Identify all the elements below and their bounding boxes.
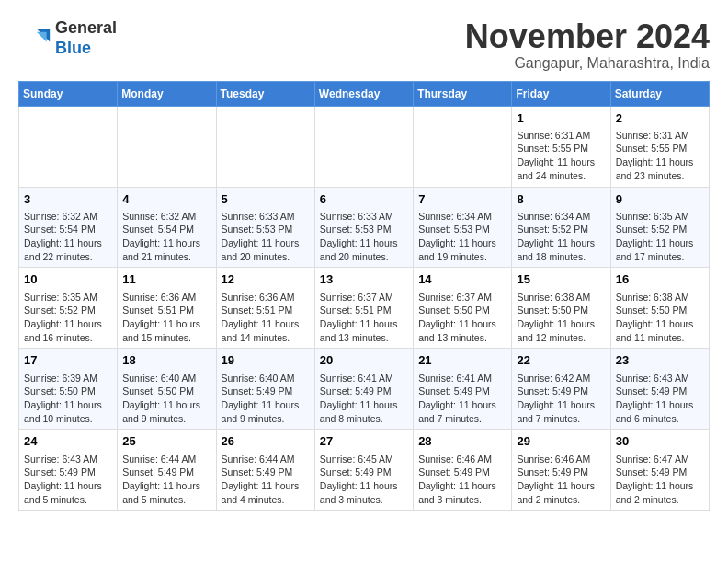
day-number: 7 [418,191,506,208]
calendar-cell-4-1: 17Sunrise: 6:39 AMSunset: 5:50 PMDayligh… [19,349,118,430]
calendar-cell-4-2: 18Sunrise: 6:40 AMSunset: 5:50 PMDayligh… [118,349,216,430]
day-number: 25 [122,433,210,450]
calendar-cell-1-6: 1Sunrise: 6:31 AMSunset: 5:55 PMDaylight… [512,106,610,187]
calendar-cell-5-6: 29Sunrise: 6:46 AMSunset: 5:49 PMDayligh… [512,430,610,511]
day-number: 11 [122,271,210,288]
calendar-cell-2-1: 3Sunrise: 6:32 AMSunset: 5:54 PMDaylight… [19,187,118,268]
day-info: Sunrise: 6:31 AMSunset: 5:55 PMDaylight:… [616,129,704,183]
calendar-cell-4-7: 23Sunrise: 6:43 AMSunset: 5:49 PMDayligh… [610,349,709,430]
calendar-cell-1-3 [216,106,314,187]
day-info: Sunrise: 6:40 AMSunset: 5:50 PMDaylight:… [122,372,210,426]
day-info: Sunrise: 6:32 AMSunset: 5:54 PMDaylight:… [122,210,210,264]
calendar-header-tuesday: Tuesday [216,81,314,106]
day-info: Sunrise: 6:31 AMSunset: 5:55 PMDaylight:… [517,129,605,183]
calendar-cell-1-2 [118,106,216,187]
calendar-cell-5-5: 28Sunrise: 6:46 AMSunset: 5:49 PMDayligh… [414,430,512,511]
day-number: 20 [320,352,408,369]
day-info: Sunrise: 6:44 AMSunset: 5:49 PMDaylight:… [222,453,310,507]
day-number: 15 [517,271,605,288]
calendar-header-thursday: Thursday [414,81,512,106]
calendar-week-3: 10Sunrise: 6:35 AMSunset: 5:52 PMDayligh… [19,268,710,349]
logo-general-text: General [55,18,117,37]
day-number: 10 [24,271,112,288]
calendar-cell-1-4 [314,106,413,187]
logo-blue-text: Blue [55,39,91,57]
day-info: Sunrise: 6:38 AMSunset: 5:50 PMDaylight:… [517,291,605,345]
calendar-cell-1-5 [414,106,512,187]
calendar-cell-3-5: 14Sunrise: 6:37 AMSunset: 5:50 PMDayligh… [414,268,512,349]
day-info: Sunrise: 6:37 AMSunset: 5:51 PMDaylight:… [320,291,408,345]
day-number: 22 [517,352,605,369]
calendar-week-4: 17Sunrise: 6:39 AMSunset: 5:50 PMDayligh… [19,349,710,430]
calendar-cell-2-4: 6Sunrise: 6:33 AMSunset: 5:53 PMDaylight… [314,187,413,268]
calendar-cell-3-2: 11Sunrise: 6:36 AMSunset: 5:51 PMDayligh… [118,268,216,349]
day-number: 28 [418,433,506,450]
calendar-table: SundayMondayTuesdayWednesdayThursdayFrid… [18,81,710,511]
day-number: 23 [616,352,704,369]
calendar-cell-2-2: 4Sunrise: 6:32 AMSunset: 5:54 PMDaylight… [118,187,216,268]
calendar-cell-5-4: 27Sunrise: 6:45 AMSunset: 5:49 PMDayligh… [314,430,413,511]
calendar-week-1: 1Sunrise: 6:31 AMSunset: 5:55 PMDaylight… [19,106,710,187]
day-info: Sunrise: 6:32 AMSunset: 5:54 PMDaylight:… [24,210,112,264]
day-info: Sunrise: 6:38 AMSunset: 5:50 PMDaylight:… [616,291,704,345]
month-title: November 2024 [465,18,710,55]
day-number: 14 [418,271,506,288]
day-number: 19 [222,352,310,369]
day-info: Sunrise: 6:36 AMSunset: 5:51 PMDaylight:… [122,291,210,345]
day-info: Sunrise: 6:35 AMSunset: 5:52 PMDaylight:… [616,210,704,264]
calendar-cell-3-3: 12Sunrise: 6:36 AMSunset: 5:51 PMDayligh… [216,268,314,349]
location-subtitle: Gangapur, Maharashtra, India [465,55,710,72]
day-info: Sunrise: 6:35 AMSunset: 5:52 PMDaylight:… [24,291,112,345]
day-number: 12 [222,271,310,288]
day-info: Sunrise: 6:42 AMSunset: 5:49 PMDaylight:… [517,372,605,426]
day-info: Sunrise: 6:36 AMSunset: 5:51 PMDaylight:… [222,291,310,345]
day-number: 4 [122,191,210,208]
day-number: 2 [616,110,704,127]
day-info: Sunrise: 6:34 AMSunset: 5:53 PMDaylight:… [418,210,506,264]
day-number: 16 [616,271,704,288]
calendar-cell-2-3: 5Sunrise: 6:33 AMSunset: 5:53 PMDaylight… [216,187,314,268]
calendar-cell-1-7: 2Sunrise: 6:31 AMSunset: 5:55 PMDaylight… [610,106,709,187]
day-number: 9 [616,191,704,208]
calendar-cell-3-1: 10Sunrise: 6:35 AMSunset: 5:52 PMDayligh… [19,268,118,349]
day-number: 18 [122,352,210,369]
calendar-cell-5-1: 24Sunrise: 6:43 AMSunset: 5:49 PMDayligh… [19,430,118,511]
calendar-cell-4-3: 19Sunrise: 6:40 AMSunset: 5:49 PMDayligh… [216,349,314,430]
day-info: Sunrise: 6:47 AMSunset: 5:49 PMDaylight:… [616,453,704,507]
calendar-cell-2-7: 9Sunrise: 6:35 AMSunset: 5:52 PMDaylight… [610,187,709,268]
calendar-header-monday: Monday [118,81,216,106]
calendar-week-5: 24Sunrise: 6:43 AMSunset: 5:49 PMDayligh… [19,430,710,511]
day-number: 5 [222,191,310,208]
calendar-cell-3-4: 13Sunrise: 6:37 AMSunset: 5:51 PMDayligh… [314,268,413,349]
calendar-cell-1-1 [19,106,118,187]
day-number: 3 [24,191,112,208]
day-info: Sunrise: 6:34 AMSunset: 5:52 PMDaylight:… [517,210,605,264]
day-info: Sunrise: 6:43 AMSunset: 5:49 PMDaylight:… [616,372,704,426]
calendar-cell-5-7: 30Sunrise: 6:47 AMSunset: 5:49 PMDayligh… [610,430,709,511]
day-number: 26 [222,433,310,450]
title-block: November 2024 Gangapur, Maharashtra, Ind… [465,18,710,72]
day-info: Sunrise: 6:46 AMSunset: 5:49 PMDaylight:… [418,453,506,507]
calendar-header-friday: Friday [512,81,610,106]
day-info: Sunrise: 6:43 AMSunset: 5:49 PMDaylight:… [24,453,112,507]
calendar-cell-3-6: 15Sunrise: 6:38 AMSunset: 5:50 PMDayligh… [512,268,610,349]
day-number: 29 [517,433,605,450]
day-number: 30 [616,433,704,450]
day-number: 8 [517,191,605,208]
page-header: General Blue November 2024 Gangapur, Mah… [18,18,710,72]
day-info: Sunrise: 6:33 AMSunset: 5:53 PMDaylight:… [320,210,408,264]
calendar-header-saturday: Saturday [610,81,709,106]
day-info: Sunrise: 6:46 AMSunset: 5:49 PMDaylight:… [517,453,605,507]
logo: General Blue [18,18,117,58]
calendar-cell-4-6: 22Sunrise: 6:42 AMSunset: 5:49 PMDayligh… [512,349,610,430]
calendar-cell-2-6: 8Sunrise: 6:34 AMSunset: 5:52 PMDaylight… [512,187,610,268]
calendar-week-2: 3Sunrise: 6:32 AMSunset: 5:54 PMDaylight… [19,187,710,268]
day-info: Sunrise: 6:40 AMSunset: 5:49 PMDaylight:… [222,372,310,426]
day-number: 24 [24,433,112,450]
day-info: Sunrise: 6:37 AMSunset: 5:50 PMDaylight:… [418,291,506,345]
day-info: Sunrise: 6:45 AMSunset: 5:49 PMDaylight:… [320,453,408,507]
day-number: 21 [418,352,506,369]
day-info: Sunrise: 6:44 AMSunset: 5:49 PMDaylight:… [122,453,210,507]
day-info: Sunrise: 6:41 AMSunset: 5:49 PMDaylight:… [418,372,506,426]
day-number: 27 [320,433,408,450]
